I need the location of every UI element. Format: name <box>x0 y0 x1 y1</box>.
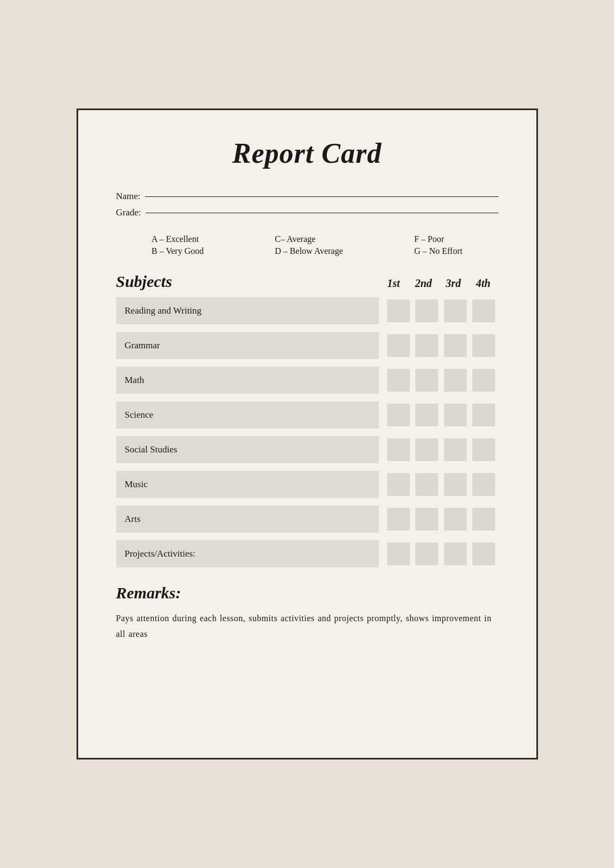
grade-field-row: Grade: <box>116 207 498 218</box>
remarks-text: Pays attention during each lesson, submi… <box>116 611 498 642</box>
subject-name: Reading and Writing <box>116 297 379 324</box>
subject-name: Arts <box>116 506 379 533</box>
grade-box-q4[interactable] <box>472 299 495 322</box>
remarks-title: Remarks: <box>116 584 498 602</box>
grade-box-q3[interactable] <box>444 299 467 322</box>
grade-box-q3[interactable] <box>444 404 467 426</box>
quarter-2-label: 2nd <box>410 277 436 290</box>
subject-name: Projects/Activities: <box>116 540 379 567</box>
grade-box-q1[interactable] <box>387 334 410 357</box>
grade-boxes <box>379 369 498 392</box>
grade-box-q3[interactable] <box>444 542 467 565</box>
legend-section: A – Excellent B – Very Good C– Average D… <box>116 234 498 256</box>
grade-box-q2[interactable] <box>415 404 438 426</box>
report-card-page: Report Card Name: Grade: A – Excellent B… <box>77 108 538 760</box>
grade-box-q2[interactable] <box>415 473 438 496</box>
grade-box-q2[interactable] <box>415 508 438 531</box>
page-title: Report Card <box>116 137 498 169</box>
subject-name: Grammar <box>116 332 379 359</box>
subject-name: Social Studies <box>116 436 379 463</box>
grade-box-q3[interactable] <box>444 473 467 496</box>
subjects-title: Subjects <box>116 272 379 291</box>
grade-box-q3[interactable] <box>444 508 467 531</box>
subjects-list: Reading and WritingGrammarMathScienceSoc… <box>116 297 498 567</box>
table-row: Grammar <box>116 332 498 359</box>
table-row: Science <box>116 401 498 429</box>
grade-box-q2[interactable] <box>415 299 438 322</box>
grade-box-q4[interactable] <box>472 404 495 426</box>
grade-box-q4[interactable] <box>472 473 495 496</box>
grade-box-q1[interactable] <box>387 299 410 322</box>
grade-box-q3[interactable] <box>444 334 467 357</box>
grade-box-q1[interactable] <box>387 542 410 565</box>
name-underline <box>145 196 498 197</box>
table-row: Reading and Writing <box>116 297 498 324</box>
quarter-3-label: 3rd <box>440 277 466 290</box>
grade-boxes <box>379 508 498 531</box>
grade-box-q4[interactable] <box>472 369 495 392</box>
legend-item-f: F – Poor <box>414 234 444 244</box>
subject-name: Science <box>116 401 379 429</box>
subjects-header: Subjects 1st 2nd 3rd 4th <box>116 272 498 291</box>
table-row: Music <box>116 471 498 498</box>
grade-box-q4[interactable] <box>472 438 495 461</box>
grade-box-q3[interactable] <box>444 438 467 461</box>
legend-item-g: G – No Effort <box>414 246 463 256</box>
name-field-row: Name: <box>116 191 498 202</box>
grade-box-q2[interactable] <box>415 334 438 357</box>
grade-boxes <box>379 334 498 357</box>
table-row: Math <box>116 367 498 394</box>
quarters-header: 1st 2nd 3rd 4th <box>379 277 498 290</box>
grade-box-q4[interactable] <box>472 334 495 357</box>
legend-item-d: D – Below Average <box>275 246 343 256</box>
grade-box-q1[interactable] <box>387 508 410 531</box>
grade-box-q1[interactable] <box>387 438 410 461</box>
grade-boxes <box>379 404 498 426</box>
grade-box-q2[interactable] <box>415 369 438 392</box>
table-row: Social Studies <box>116 436 498 463</box>
grade-box-q4[interactable] <box>472 542 495 565</box>
subject-name: Math <box>116 367 379 394</box>
grade-underline <box>145 213 498 213</box>
grade-boxes <box>379 299 498 322</box>
quarter-1-label: 1st <box>381 277 407 290</box>
grade-boxes <box>379 473 498 496</box>
legend-item-c: C– Average <box>275 234 315 244</box>
legend-col-2: C– Average D – Below Average <box>275 234 343 256</box>
grade-label: Grade: <box>116 207 141 218</box>
quarter-4-label: 4th <box>470 277 496 290</box>
table-row: Arts <box>116 506 498 533</box>
grade-box-q1[interactable] <box>387 473 410 496</box>
grade-box-q2[interactable] <box>415 542 438 565</box>
legend-col-3: F – Poor G – No Effort <box>414 234 463 256</box>
legend-item-a: A – Excellent <box>151 234 199 244</box>
grade-boxes <box>379 542 498 565</box>
table-row: Projects/Activities: <box>116 540 498 567</box>
name-label: Name: <box>116 191 141 202</box>
grade-boxes <box>379 438 498 461</box>
legend-item-b: B – Very Good <box>151 246 204 256</box>
grade-box-q3[interactable] <box>444 369 467 392</box>
legend-col-1: A – Excellent B – Very Good <box>151 234 204 256</box>
grade-box-q1[interactable] <box>387 404 410 426</box>
grade-box-q2[interactable] <box>415 438 438 461</box>
grade-box-q1[interactable] <box>387 369 410 392</box>
grade-box-q4[interactable] <box>472 508 495 531</box>
subject-name: Music <box>116 471 379 498</box>
